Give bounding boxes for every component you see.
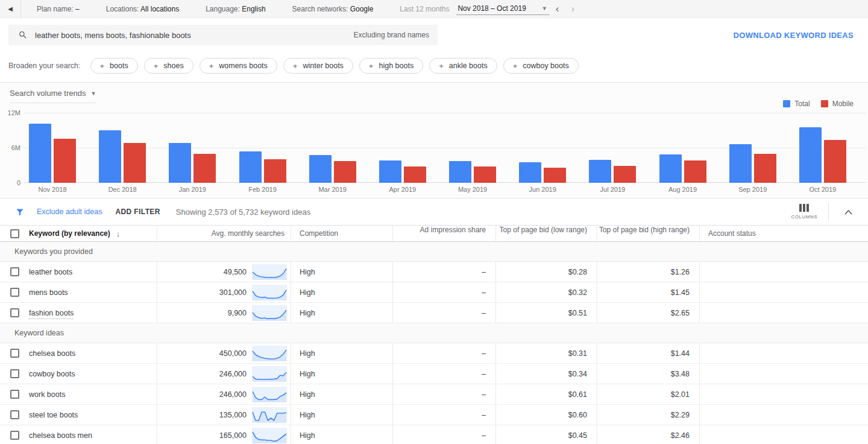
plus-icon: + [100,62,105,71]
bar-group-mar-2019 [306,113,376,183]
broaden-chip-high-boots[interactable]: +high boots [359,58,423,74]
column-header-bid-low[interactable]: Top of page bid (low range) [495,226,597,241]
bar-group-dec-2018 [95,113,165,183]
bid-low-value: $0.61 [495,384,597,404]
mobile-bar [544,168,566,183]
table-row-mens-boots: mens boots301,000High–$0.32$1.45 [0,282,868,303]
avg-monthly-searches-value: 301,000 [219,288,247,297]
x-axis-label: Jan 2019 [165,186,235,193]
download-keyword-ideas-button[interactable]: DOWNLOAD KEYWORD IDEAS [734,31,854,40]
networks-value: Google [350,5,374,13]
x-axis-label: Sep 2019 [726,186,796,193]
bid-high-value: $1.44 [597,343,699,363]
table-row-chelsea-boots: chelsea boots450,000High–$0.31$1.44 [0,343,868,364]
broaden-chip-womens-boots[interactable]: +womens boots [200,58,277,74]
total-bar [169,143,191,183]
mobile-bar [404,166,426,183]
competition-value: High [291,405,392,425]
account-status-value [699,343,868,363]
total-bar [729,144,752,183]
next-period-button[interactable]: › [565,4,580,14]
bid-low-value: $0.34 [495,364,597,384]
row-checkbox[interactable] [10,288,19,297]
account-status-value [699,384,868,404]
trend-sparkline [252,428,287,443]
bar-group-oct-2019 [796,113,866,183]
row-checkbox[interactable] [10,369,19,378]
date-range-select[interactable]: Nov 2018 – Oct 2019 ▼ [456,3,549,15]
bid-low-value: $0.32 [495,282,597,302]
mobile-bar [124,143,146,183]
bid-high-value: $1.45 [597,282,699,302]
chart-legend: TotalMobile [783,100,854,108]
table-section-header: Keywords you provided [0,242,868,262]
column-header-avg-monthly-searches[interactable]: Avg. monthly searches [157,226,291,241]
trend-sparkline [252,305,287,321]
language-label: Language: [206,5,240,13]
keyword-planner-page: ◀ Plan name: – Locations: All locations … [0,0,868,444]
plus-icon: + [439,62,444,71]
table-row-chelsea-boots-men: chelsea boots men165,000High–$0.45$2.46 [0,425,868,444]
plus-icon: + [154,62,159,71]
account-status-value [699,282,868,302]
sort-descending-icon: ↓ [116,229,121,238]
table-row-steel-toe-boots: steel toe boots135,000High–$0.60$2.29 [0,405,868,425]
bid-low-value: $0.60 [495,405,597,425]
row-checkbox[interactable] [10,390,19,399]
keywords-search-input[interactable]: leather boots, mens boots, fashionable b… [8,25,438,45]
keyword-text: steel toe boots [29,411,78,419]
row-checkbox[interactable] [10,267,19,276]
column-header-competition[interactable]: Competition [291,226,392,241]
mobile-bar [754,154,776,183]
collapse-table-button[interactable] [842,207,855,217]
y-axis-tick: 0 [17,179,20,186]
prev-period-button[interactable]: ‹ [550,4,565,14]
columns-button[interactable]: COLUMNS [791,204,817,220]
x-axis-label: Jul 2019 [585,186,655,193]
row-checkbox[interactable] [10,349,19,358]
plan-name-value: – [75,5,80,13]
column-header-keyword[interactable]: Keyword (by relevance) ↓ [29,229,157,238]
avg-monthly-searches-value: 246,000 [219,370,247,378]
exclude-adult-ideas-filter[interactable]: Exclude adult ideas [37,208,102,216]
results-toolbar: Exclude adult ideas ADD FILTER Showing 2… [0,198,868,225]
column-header-bid-high[interactable]: Top of page bid (high range) [597,226,699,241]
column-header-account-status[interactable]: Account status [699,226,868,241]
broaden-chip-boots[interactable]: +boots [90,58,138,74]
toolbar-divider [828,203,829,221]
row-checkbox[interactable] [10,410,19,419]
keyword-header-label: Keyword (by relevance) [29,229,110,238]
mobile-bar [474,166,496,183]
competition-value: High [291,303,392,323]
back-button[interactable]: ◀ [0,0,20,18]
legend-swatch [821,100,828,107]
add-filter-button[interactable]: ADD FILTER [115,208,160,216]
total-bar [29,124,51,183]
search-volume-trends-dropdown[interactable]: Search volume trends ▼ [10,89,96,103]
column-header-ad-impression-share[interactable]: Ad impression share [392,226,495,241]
account-status-value [699,364,868,384]
bar-group-may-2019 [445,113,515,183]
broaden-chip-winter-boots[interactable]: +winter boots [283,58,353,74]
select-all-checkbox[interactable] [10,229,19,238]
locations-label: Locations: [106,5,139,13]
avg-monthly-searches-value: 165,000 [219,431,247,440]
broaden-chip-cowboy-boots[interactable]: +cowboy boots [503,58,579,74]
bid-high-value: $1.26 [597,262,699,282]
broaden-chip-shoes[interactable]: +shoes [144,58,193,74]
keyword-text: fashion boots [29,309,74,319]
bar-group-jun-2019 [515,113,585,183]
bid-high-value: $2.01 [597,384,699,404]
competition-value: High [291,384,392,404]
networks-label: Search networks: [292,5,348,13]
language: Language: English [206,5,265,13]
plus-icon: + [513,62,518,71]
row-checkbox[interactable] [10,308,19,317]
ad-impression-share-value: – [392,384,495,404]
ad-impression-share-value: – [392,282,495,302]
ad-impression-share-value: – [392,343,495,363]
row-checkbox[interactable] [10,431,19,440]
bid-high-value: $3.48 [597,364,699,384]
y-axis-tick: 6M [11,144,20,151]
broaden-chip-ankle-boots[interactable]: +ankle boots [429,58,497,74]
